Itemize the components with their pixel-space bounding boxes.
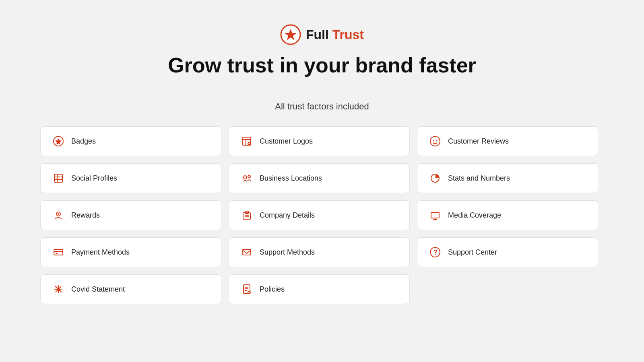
svg-point-8: [430, 136, 440, 146]
customer-reviews-label: Customer Reviews: [448, 137, 509, 146]
payment-methods-icon: [52, 247, 65, 258]
grid-item-rewards[interactable]: Rewards: [40, 200, 221, 230]
payment-methods-label: Payment Methods: [71, 248, 130, 257]
logo-row: Full Trust: [280, 24, 364, 45]
stats-and-numbers-label: Stats and Numbers: [448, 174, 510, 183]
business-locations-label: Business Locations: [260, 174, 322, 183]
logo-icon: [280, 24, 301, 45]
grid-item-support-methods[interactable]: Support Methods: [229, 237, 410, 267]
svg-point-10: [436, 140, 438, 142]
svg-rect-32: [56, 253, 58, 254]
stats-icon: [429, 173, 442, 184]
rewards-label: Rewards: [71, 211, 100, 220]
svg-text:?: ?: [433, 249, 438, 256]
policies-label: Policies: [260, 285, 285, 294]
grid-item-badges[interactable]: Badges: [40, 126, 221, 156]
grid-item-customer-logos[interactable]: Customer Logos: [229, 126, 410, 156]
svg-rect-26: [431, 212, 439, 218]
headline: Grow trust in your brand faster: [168, 53, 476, 77]
header: Full Trust Grow trust in your brand fast…: [168, 24, 476, 126]
customer-logos-label: Customer Logos: [260, 137, 313, 146]
logo-trust: Trust: [332, 27, 364, 42]
media-coverage-icon: [429, 210, 442, 221]
grid-item-stats-and-numbers[interactable]: Stats and Numbers: [417, 163, 598, 193]
grid-item-media-coverage[interactable]: Media Coverage: [417, 200, 598, 230]
svg-point-21: [58, 213, 59, 215]
business-locations-icon: [240, 173, 253, 184]
support-methods-icon: [240, 247, 253, 258]
media-coverage-label: Media Coverage: [448, 211, 501, 220]
grid-item-customer-reviews[interactable]: Customer Reviews: [417, 126, 598, 156]
grid-item-policies[interactable]: Policies: [229, 274, 410, 304]
grid-item-business-locations[interactable]: Business Locations: [229, 163, 410, 193]
grid-item-company-details[interactable]: Company Details: [229, 200, 410, 230]
support-center-label: Support Center: [448, 248, 497, 257]
grid-item-social-profiles[interactable]: Social Profiles: [40, 163, 221, 193]
company-details-label: Company Details: [260, 211, 315, 220]
social-profiles-label: Social Profiles: [71, 174, 117, 183]
customer-reviews-icon: [429, 136, 442, 147]
svg-rect-33: [243, 249, 251, 255]
policies-icon: [240, 284, 253, 295]
svg-rect-30: [54, 249, 63, 255]
badges-icon: [52, 136, 65, 147]
covid-statement-label: Covid Statement: [71, 285, 125, 294]
svg-point-16: [248, 175, 250, 178]
logo-text: Full Trust: [306, 27, 364, 42]
svg-point-15: [244, 176, 247, 179]
subtitle: All trust factors included: [275, 101, 369, 112]
svg-rect-11: [54, 174, 62, 182]
svg-point-9: [433, 140, 434, 142]
grid-item-support-center[interactable]: ? Support Center: [417, 237, 598, 267]
rewards-icon: [52, 210, 65, 221]
support-center-icon: ?: [429, 247, 442, 258]
svg-marker-3: [55, 138, 62, 144]
badges-label: Badges: [71, 137, 96, 146]
covid-statement-icon: [52, 284, 65, 295]
grid-item-covid-statement[interactable]: Covid Statement: [40, 274, 221, 304]
features-grid: Badges Customer Logos Customer Reviews: [40, 126, 604, 304]
logo-full: Full: [306, 27, 329, 42]
company-details-icon: [240, 210, 253, 221]
social-profiles-icon: [52, 173, 65, 184]
customer-logos-icon: [240, 136, 253, 147]
support-methods-label: Support Methods: [260, 248, 315, 257]
grid-item-payment-methods[interactable]: Payment Methods: [40, 237, 221, 267]
